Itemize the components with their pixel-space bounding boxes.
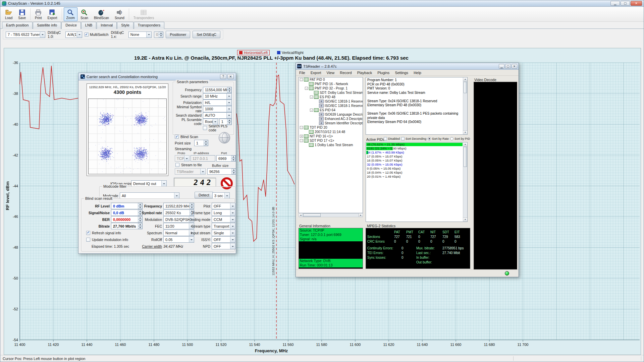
detect-interval-select[interactable]: 3 sec <box>212 192 230 199</box>
tree-item[interactable]: PMT PID 16 - Network <box>299 82 363 86</box>
point-size-stepper[interactable]: 1 <box>194 140 208 146</box>
spin-down-icon[interactable] <box>227 90 231 93</box>
update-modulation-info-checkbox[interactable] <box>86 238 90 242</box>
menu-record[interactable]: Record <box>337 70 354 75</box>
scroll-right-icon[interactable]: ► <box>359 214 363 217</box>
tsreader-close-button[interactable]: ✕ <box>512 64 517 69</box>
result-c3-6-select[interactable]: OFF <box>212 243 235 249</box>
result-c3-3-select[interactable]: Transport <box>212 223 235 229</box>
scroll-thumb[interactable] <box>303 214 321 217</box>
sound-button[interactable]: Sound <box>112 7 127 21</box>
pid-row[interactable]: 0 (0.05% ~ 15.05 Kbps) <box>366 167 467 171</box>
menu-view[interactable]: View <box>324 70 337 75</box>
menu-settings[interactable]: Settings <box>392 70 411 75</box>
spinner-arrows[interactable] <box>231 169 236 174</box>
collapse-icon[interactable]: - <box>310 109 313 112</box>
legend-item-horizontal-left[interactable]: Horizontal/Left <box>237 50 270 55</box>
collapse-icon[interactable]: - <box>305 87 308 90</box>
pid-row[interactable]: 16 (0.05% ~ 15.07 Kbps) <box>366 159 467 163</box>
sort-decending-checkbox[interactable] <box>401 137 405 140</box>
diseqc-index-stepper[interactable]: 0 <box>154 32 163 38</box>
proto-select[interactable]: TCP <box>175 155 190 162</box>
tree-item[interactable]: +NIT PID 16 <1> <box>299 134 363 138</box>
pid-row[interactable]: 17 (0.05% ~ 15.07 Kbps) <box>366 155 467 159</box>
tab-device[interactable]: Device <box>61 22 81 29</box>
tree-item[interactable]: 4Enhanced AC-3 Descriptor <box>299 117 363 121</box>
spinner-arrows[interactable] <box>227 87 231 93</box>
tree-item[interactable]: -TDT PID 20 <box>299 125 363 130</box>
spin-up-icon[interactable] <box>227 87 231 90</box>
tuner-select[interactable]: 7 - TBS 6522 Tuner 0 <box>6 32 45 38</box>
positioner-button[interactable]: Positioner <box>166 31 190 38</box>
spinner-arrows[interactable] <box>204 140 208 146</box>
tree-item[interactable]: -PMT PID 32 - Progr. 1 <box>299 86 363 90</box>
pid-row[interactable]: 20 (0.01% ~ 1.49 Kbps) <box>366 175 467 179</box>
pid-row[interactable]: 64 (1.67% ~ 463.99 Kbps) <box>366 150 467 155</box>
sort-by-pid-radio[interactable] <box>450 137 453 140</box>
tree-item[interactable]: 2007/10/12 11:14:48 <box>299 130 363 134</box>
port-stepper[interactable]: 6969 <box>216 155 236 162</box>
menu-export[interactable]: Export <box>308 70 324 75</box>
transponders-button[interactable]: Transponders <box>131 7 157 21</box>
scroll-thumb[interactable] <box>464 82 467 93</box>
spinner-arrows[interactable] <box>159 32 163 38</box>
tree-item[interactable]: -ES PID 48 <box>299 95 363 99</box>
tree-item[interactable]: 1 Dolby Labs Test Stream <box>299 143 363 147</box>
legend-item-vertical-right[interactable]: Vertical/Right <box>275 50 306 55</box>
tab-lnb[interactable]: LNB <box>81 22 96 29</box>
help-button[interactable]: ? <box>220 74 226 79</box>
tree-item[interactable]: -SDT PID 17 <1> <box>299 138 363 143</box>
sort-by-rate-radio[interactable] <box>428 137 431 140</box>
search-1-select[interactable]: 10 MHz <box>203 93 232 100</box>
pid-list-scrollbar[interactable]: ▲ ▼ <box>463 142 467 222</box>
pid-row[interactable]: 18 (0.04% ~ 12.05 Kbps) <box>366 171 467 175</box>
buffer-size-stepper[interactable]: 96256 <box>207 168 236 175</box>
menu-plugins[interactable]: Plugins <box>375 70 392 75</box>
scroll-down-icon[interactable]: ▼ <box>463 218 467 222</box>
close-button[interactable]: ✕ <box>631 1 642 6</box>
search-3-select[interactable]: 1000 <box>203 106 232 112</box>
tree-horizontal-scrollbar[interactable]: ◄ ► <box>299 213 363 217</box>
expand-icon[interactable]: + <box>300 135 303 138</box>
set-diseqc-button[interactable]: Set DiSEqC <box>193 31 220 38</box>
tree-item[interactable]: SDT: Dolby Labs Test Stream <box>299 90 363 95</box>
result-c3-1-select[interactable]: Long <box>212 209 235 216</box>
diseqc10-select[interactable]: A/A(1) <box>65 32 82 38</box>
detect-button[interactable]: Detect <box>195 192 213 198</box>
scroll-up-icon[interactable]: ▲ <box>463 142 467 146</box>
zoom-button[interactable]: Zoom <box>64 7 78 21</box>
tsreader-maximize-button[interactable]: ▢ <box>505 64 511 69</box>
pid-row[interactable]: 32 (0.05% ~ 15.05 Kbps) <box>366 163 467 167</box>
tree-item[interactable]: 4ISO/IEC 13818-1 Reserved <box>299 99 363 104</box>
menu-help[interactable]: Help <box>411 70 424 75</box>
print-button[interactable]: Print <box>32 7 45 21</box>
tab-interval[interactable]: Interval <box>97 22 117 29</box>
minimize-button[interactable]: ▁ <box>610 1 620 6</box>
collapse-icon[interactable]: - <box>300 78 303 81</box>
menu-file[interactable]: File <box>297 70 308 75</box>
spin-up-icon[interactable] <box>227 119 231 122</box>
tree-item[interactable]: 4ISO/IEC 13818-1 Reserved <box>299 104 363 108</box>
stream-consumer-select[interactable]: TSReader <box>175 168 206 175</box>
tree-item[interactable]: 4ISO639 Language Descripto <box>299 112 363 117</box>
scroll-down-icon[interactable]: ▼ <box>463 130 467 134</box>
spinner-arrows[interactable] <box>227 119 231 125</box>
maximize-button[interactable]: ▢ <box>621 1 630 6</box>
stream-to-file-checkbox[interactable] <box>175 163 179 167</box>
iqscan-point-select[interactable]: Demod IQ out <box>131 180 167 187</box>
tab-earth-position[interactable]: Earth position <box>2 22 33 29</box>
pid-row[interactable]: 48 (76.62% ~ 21.35 Mbps) <box>366 142 467 146</box>
result-c3-2-select[interactable]: CCM <box>212 216 235 223</box>
dialog-titlebar[interactable]: Carrier search and Constellation monitor… <box>78 73 236 80</box>
ip-address-field[interactable]: 127.0.0.1 <box>191 155 215 162</box>
details-scrollbar[interactable]: ▲ ▼ <box>463 77 467 134</box>
tab-transponders[interactable]: Transponders <box>134 22 164 29</box>
collapse-icon[interactable]: - <box>300 126 303 129</box>
tree-item[interactable]: -ES PID 64 <box>299 108 363 112</box>
menu-playback[interactable]: Playback <box>355 70 375 75</box>
tree-item[interactable]: -PAT PID 0 <box>299 77 363 82</box>
collapse-icon[interactable]: - <box>300 139 303 142</box>
result-c3-0-select[interactable]: OFF <box>212 203 235 209</box>
search-pls-checkbox[interactable] <box>203 126 207 130</box>
tsreader-titlebar[interactable]: DG TSReader -- 2.8.47c ▁ ▢ ✕ <box>296 63 519 70</box>
